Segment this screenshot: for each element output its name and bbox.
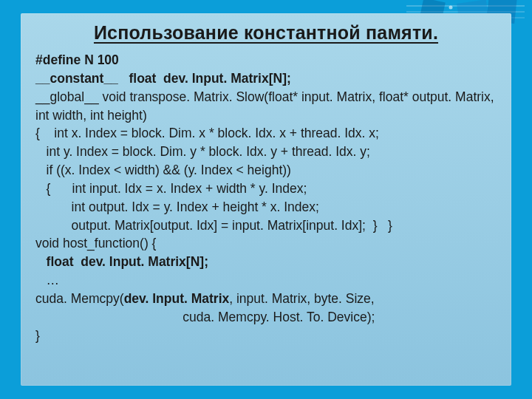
code-line: float dev. Input. Matrix[N];	[35, 254, 208, 269]
code-line: int y. Index = block. Dim. y * block. Id…	[35, 144, 370, 159]
content-box: Использование константной памяти. #defin…	[21, 13, 511, 386]
code-line: }	[35, 328, 40, 343]
code-line: int output. Idx = y. Index + height * x.…	[35, 200, 319, 214]
code-line: cuda. Memcpy(	[35, 291, 124, 306]
code-bold: dev. Input. Matrix	[124, 291, 230, 306]
code-line: __constant__ float dev. Input. Matrix[N]…	[35, 71, 291, 86]
code-line: { int x. Index = block. Dim. x * block. …	[35, 126, 379, 140]
code-line: output. Matrix[output. Idx] = input. Mat…	[35, 218, 392, 233]
code-line: { int input. Idx = x. Index + width * y.…	[35, 181, 307, 196]
code-line: …	[35, 273, 59, 287]
svg-point-3	[449, 6, 453, 10]
code-line: #define N 100	[35, 52, 119, 67]
slide: Использование константной памяти. #defin…	[0, 0, 532, 399]
code-line: int width, int height)	[35, 108, 147, 123]
code-line: if ((x. Index < width) && (y. Index < he…	[35, 163, 291, 177]
code-line: void host_function() {	[35, 236, 156, 250]
code-line: , input. Matrix, byte. Size,	[229, 291, 374, 306]
code-line: __global__ void transpose. Matrix. Slow(…	[35, 89, 494, 104]
code-block: #define N 100 __constant__ float dev. In…	[35, 51, 497, 345]
slide-title: Использование константной памяти.	[35, 22, 497, 44]
code-line: cuda. Memcpy. Host. To. Device);	[35, 310, 375, 324]
